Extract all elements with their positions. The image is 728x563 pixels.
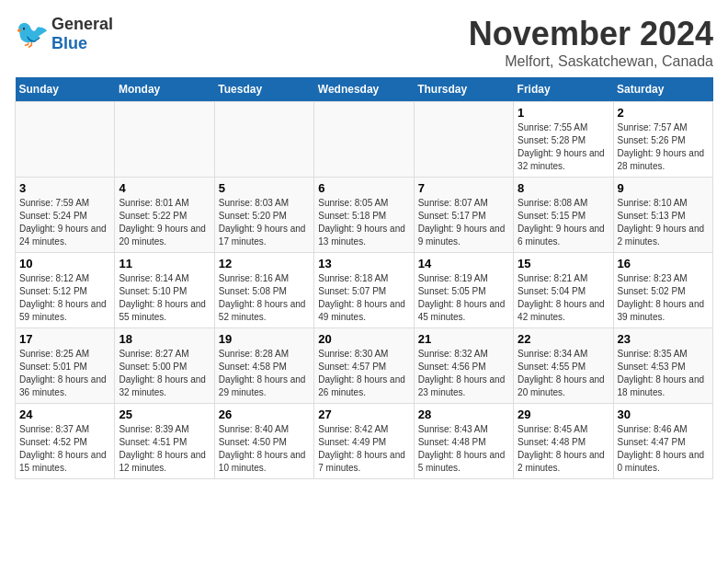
day-number: 11 [119,257,210,270]
day-number: 6 [318,181,409,195]
calendar-cell: 12 Sunrise: 8:16 AMSunset: 5:08 PMDaylig… [214,253,313,328]
calendar-cell: 19 Sunrise: 8:28 AMSunset: 4:58 PMDaylig… [214,328,313,404]
calendar-cell [16,102,115,178]
calendar-body: 1 Sunrise: 7:55 AMSunset: 5:28 PMDayligh… [16,102,713,479]
calendar-week-row: 1 Sunrise: 7:55 AMSunset: 5:28 PMDayligh… [16,102,713,178]
title-area: November 2024 Melfort, Saskatchewan, Can… [469,15,713,70]
calendar-cell: 24 Sunrise: 8:37 AMSunset: 4:52 PMDaylig… [16,404,115,479]
day-number: 5 [219,181,310,195]
page-header: 🐦 General Blue November 2024 Melfort, Sa… [15,15,713,70]
day-number: 12 [219,257,310,270]
day-info: Sunrise: 8:08 AMSunset: 5:15 PMDaylight:… [518,197,609,248]
day-info: Sunrise: 8:37 AMSunset: 4:52 PMDaylight:… [19,423,110,475]
day-number: 27 [318,408,409,421]
month-year-title: November 2024 [469,15,713,53]
day-info: Sunrise: 8:46 AMSunset: 4:47 PMDaylight:… [618,423,709,475]
day-number: 9 [618,181,709,195]
calendar-cell: 20 Sunrise: 8:30 AMSunset: 4:57 PMDaylig… [314,328,414,404]
day-info: Sunrise: 7:57 AMSunset: 5:26 PMDaylight:… [618,121,709,173]
day-number: 10 [19,257,110,270]
day-info: Sunrise: 8:34 AMSunset: 4:55 PMDaylight:… [518,348,609,399]
day-of-week-header: Sunday [16,77,115,102]
calendar-cell: 7 Sunrise: 8:07 AMSunset: 5:17 PMDayligh… [414,178,513,253]
day-info: Sunrise: 8:45 AMSunset: 4:48 PMDaylight:… [518,423,609,475]
calendar-cell: 9 Sunrise: 8:10 AMSunset: 5:13 PMDayligh… [613,178,712,253]
day-info: Sunrise: 8:21 AMSunset: 5:04 PMDaylight:… [518,272,609,324]
calendar-cell: 16 Sunrise: 8:23 AMSunset: 5:02 PMDaylig… [613,253,712,328]
calendar-cell: 17 Sunrise: 8:25 AMSunset: 5:01 PMDaylig… [16,328,115,404]
day-number: 30 [618,408,709,421]
calendar-cell: 21 Sunrise: 8:32 AMSunset: 4:56 PMDaylig… [414,328,513,404]
day-info: Sunrise: 8:28 AMSunset: 4:58 PMDaylight:… [219,348,310,399]
day-info: Sunrise: 8:12 AMSunset: 5:12 PMDaylight:… [19,272,110,324]
day-number: 20 [318,332,409,346]
day-number: 29 [518,408,609,421]
calendar-cell: 4 Sunrise: 8:01 AMSunset: 5:22 PMDayligh… [115,178,214,253]
logo-blue-text: Blue [51,34,87,52]
day-info: Sunrise: 8:32 AMSunset: 4:56 PMDaylight:… [418,348,509,399]
day-number: 3 [19,181,110,195]
calendar-cell: 23 Sunrise: 8:35 AMSunset: 4:53 PMDaylig… [613,328,712,404]
calendar-cell: 15 Sunrise: 8:21 AMSunset: 5:04 PMDaylig… [514,253,613,328]
day-number: 8 [518,181,609,195]
day-of-week-header: Saturday [613,77,712,102]
calendar-week-row: 17 Sunrise: 8:25 AMSunset: 5:01 PMDaylig… [16,328,713,404]
day-info: Sunrise: 8:42 AMSunset: 4:49 PMDaylight:… [318,423,409,475]
day-info: Sunrise: 8:19 AMSunset: 5:05 PMDaylight:… [418,272,509,324]
calendar-cell [115,102,214,178]
day-number: 28 [418,408,509,421]
day-number: 19 [219,332,310,346]
day-number: 15 [518,257,609,270]
calendar-cell: 13 Sunrise: 8:18 AMSunset: 5:07 PMDaylig… [314,253,414,328]
calendar-cell: 22 Sunrise: 8:34 AMSunset: 4:55 PMDaylig… [514,328,613,404]
day-info: Sunrise: 8:18 AMSunset: 5:07 PMDaylight:… [318,272,409,324]
day-info: Sunrise: 8:10 AMSunset: 5:13 PMDaylight:… [618,197,709,248]
day-number: 13 [318,257,409,270]
day-number: 24 [19,408,110,421]
day-info: Sunrise: 8:30 AMSunset: 4:57 PMDaylight:… [318,348,409,399]
day-number: 14 [418,257,509,270]
day-number: 1 [518,106,609,120]
day-number: 25 [119,408,210,421]
day-of-week-header: Wednesday [314,77,414,102]
day-number: 16 [618,257,709,270]
calendar-cell: 11 Sunrise: 8:14 AMSunset: 5:10 PMDaylig… [115,253,214,328]
location-subtitle: Melfort, Saskatchewan, Canada [469,53,713,70]
day-number: 7 [418,181,509,195]
day-info: Sunrise: 8:39 AMSunset: 4:51 PMDaylight:… [119,423,210,475]
day-info: Sunrise: 8:16 AMSunset: 5:08 PMDaylight:… [219,272,310,324]
day-info: Sunrise: 8:14 AMSunset: 5:10 PMDaylight:… [119,272,210,324]
day-number: 17 [19,332,110,346]
calendar-cell: 6 Sunrise: 8:05 AMSunset: 5:18 PMDayligh… [314,178,414,253]
day-of-week-header: Thursday [414,77,513,102]
logo-general-text: General [51,15,113,33]
day-number: 23 [618,332,709,346]
day-info: Sunrise: 8:43 AMSunset: 4:48 PMDaylight:… [418,423,509,475]
calendar-cell: 8 Sunrise: 8:08 AMSunset: 5:15 PMDayligh… [514,178,613,253]
calendar-cell: 3 Sunrise: 7:59 AMSunset: 5:24 PMDayligh… [16,178,115,253]
calendar-week-row: 24 Sunrise: 8:37 AMSunset: 4:52 PMDaylig… [16,404,713,479]
day-of-week-header: Tuesday [214,77,313,102]
calendar-cell: 27 Sunrise: 8:42 AMSunset: 4:49 PMDaylig… [314,404,414,479]
day-info: Sunrise: 8:05 AMSunset: 5:18 PMDaylight:… [318,197,409,248]
svg-text:🐦: 🐦 [15,17,48,51]
day-info: Sunrise: 8:07 AMSunset: 5:17 PMDaylight:… [418,197,509,248]
calendar-week-row: 10 Sunrise: 8:12 AMSunset: 5:12 PMDaylig… [16,253,713,328]
calendar-cell: 1 Sunrise: 7:55 AMSunset: 5:28 PMDayligh… [514,102,613,178]
calendar-cell: 18 Sunrise: 8:27 AMSunset: 5:00 PMDaylig… [115,328,214,404]
day-info: Sunrise: 8:27 AMSunset: 5:00 PMDaylight:… [119,348,210,399]
calendar-week-row: 3 Sunrise: 7:59 AMSunset: 5:24 PMDayligh… [16,178,713,253]
day-info: Sunrise: 7:59 AMSunset: 5:24 PMDaylight:… [19,197,110,248]
day-info: Sunrise: 8:25 AMSunset: 5:01 PMDaylight:… [19,348,110,399]
day-number: 4 [119,181,210,195]
logo-icon: 🐦 [15,17,48,51]
day-number: 18 [119,332,210,346]
calendar-table: SundayMondayTuesdayWednesdayThursdayFrid… [15,77,713,479]
day-info: Sunrise: 8:40 AMSunset: 4:50 PMDaylight:… [219,423,310,475]
day-info: Sunrise: 8:03 AMSunset: 5:20 PMDaylight:… [219,197,310,248]
day-of-week-header: Monday [115,77,214,102]
day-info: Sunrise: 7:55 AMSunset: 5:28 PMDaylight:… [518,121,609,173]
calendar-cell: 29 Sunrise: 8:45 AMSunset: 4:48 PMDaylig… [514,404,613,479]
calendar-cell [414,102,513,178]
calendar-cell: 26 Sunrise: 8:40 AMSunset: 4:50 PMDaylig… [214,404,313,479]
